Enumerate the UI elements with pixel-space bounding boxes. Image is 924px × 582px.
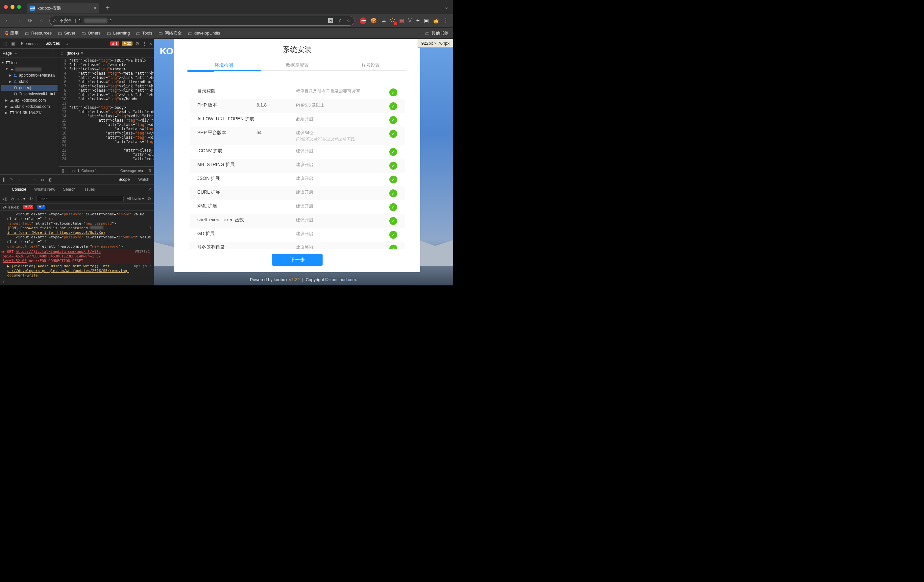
console-tab[interactable]: Console [10,187,28,192]
check-label: PHP 版本 [197,102,256,108]
back-button[interactable]: ← [5,18,10,24]
translate-icon[interactable]: 🅰 [328,18,333,23]
bookmark-folder[interactable]: 🗀developUntils [188,31,220,36]
tree-folder[interactable]: ▶🗀static [1,79,58,85]
address-bar[interactable]: ⚠ 不安全 | 1 1 🅰 ⇪ ☆ [50,16,355,26]
check-tip: 建议开启 [296,190,389,195]
source-code[interactable]: 123456789101112131415161718192021222324 … [59,58,154,167]
tree-origin[interactable]: ▶☁api.kodcloud.com [1,97,58,104]
watch-tab[interactable]: Watch [136,177,151,182]
sources-tab[interactable]: Sources [42,39,63,48]
step-icon[interactable]: → [32,177,36,182]
step-over-icon[interactable]: ↷ [10,177,13,182]
tree-origin[interactable]: ▶☁static.kodcloud.com [1,104,58,110]
console-output[interactable]: <input el-attr">type="password" el-attr"… [0,211,154,278]
open-file-icon[interactable]: ⟟ [61,51,63,56]
device-toggle-icon[interactable]: ▣ [10,41,16,46]
bookmark-folder[interactable]: 🗀Learning [107,31,130,36]
browser-tab[interactable]: kod kodbox-安装 × [27,3,99,13]
browser-menu-icon[interactable]: ⋮ [443,17,449,24]
extension-icon[interactable]: 🍪 [370,17,377,24]
extensions-menu-icon[interactable]: ✦ [416,17,420,24]
devtools-menu-icon[interactable]: ⋮ [142,41,147,46]
inspect-icon[interactable]: ⬚ [2,41,8,46]
bookmark-folder[interactable]: 🗀Others [81,31,101,36]
whatsnew-tab[interactable]: What's New [33,187,56,192]
folder-icon: 🗀 [25,31,29,36]
reload-button[interactable]: ⟳ [27,18,33,24]
tree-file[interactable]: 🗋?user/view/call&_t=1 [1,91,58,97]
deactivate-breakpoints-icon[interactable]: ⌀ [41,177,44,182]
viewport-size-badge: 922px × 764px [417,39,453,48]
log-levels-selector[interactable]: All levels ▾ [127,197,144,201]
console-settings-icon[interactable]: ⚙ [147,196,151,201]
step-db-config[interactable]: 数据库配置 [261,60,334,73]
console-sidebar-icon[interactable]: ▸▯ [3,196,7,201]
error-count-badge[interactable]: ⊘1 [110,41,119,46]
step-account[interactable]: 账号设置 [334,60,407,73]
filter-input[interactable] [36,196,123,202]
extension-icon[interactable]: ☁ [381,17,386,24]
format-icon[interactable]: {} [62,169,64,173]
check-tip: 程序目录及所有子目录需要可读写 [296,89,389,94]
tab-title: kodbox-安装 [38,5,61,11]
clear-console-icon[interactable]: ⊘ [10,196,14,201]
cursor-position: Line 1, Column 1 [69,169,97,173]
maximize-window-button[interactable] [17,5,21,9]
tabs-overflow-icon[interactable]: » [64,41,71,46]
bookmark-folder[interactable]: 🗀Sever [58,31,75,36]
bookmark-folder[interactable]: 🗀Tools [136,31,152,36]
file-tab-index[interactable]: (index)× [65,51,85,56]
minimize-window-button[interactable] [10,5,15,9]
status-arrows-icon[interactable]: ⇅ [148,168,151,173]
profile-avatar-icon[interactable]: 🧑 [433,17,439,24]
navigator-menu-icon[interactable]: ⋮ [52,51,56,56]
console-prompt[interactable]: › [0,278,154,285]
device-icon[interactable]: ▣ [424,17,429,24]
close-window-button[interactable] [4,5,8,9]
extension-icon[interactable]: V [408,18,412,24]
search-tab[interactable]: Search [62,187,77,192]
close-drawer-icon[interactable]: × [148,187,151,192]
live-expression-icon[interactable]: 👁 [29,196,33,201]
extension-icon[interactable]: ▦ [399,17,404,24]
page-panel-label[interactable]: Page [3,51,12,56]
tree-origin[interactable]: ▶🗖101.35.164.21/ [1,110,58,116]
adblock-icon[interactable]: ABP [360,17,366,24]
scope-tab[interactable]: Scope [116,177,132,182]
step-env-check[interactable]: 环境检测 [187,60,261,73]
bookmark-folder[interactable]: 🗀网络安全 [158,30,182,36]
close-tab-icon[interactable]: × [94,5,97,11]
tree-folder[interactable]: ▶🗀app/controller/install/ [1,73,58,79]
console-error-row: ⊘VM175:1▶ GET https://jic.talkingdata.co… [1,249,151,264]
pause-icon[interactable]: ‖ [3,177,5,182]
elements-tab[interactable]: Elements [18,39,41,48]
bookmark-folder[interactable]: 🗀Resources [25,31,52,36]
context-selector[interactable]: top ▾ [17,197,25,201]
step-out-icon[interactable]: ↑ [25,177,27,182]
step-into-icon[interactable]: ↓ [18,177,20,182]
extension-icon[interactable]: 🛡2 [390,18,395,24]
next-button[interactable]: 下一步 [272,254,323,266]
close-devtools-icon[interactable]: × [149,41,152,46]
share-icon[interactable]: ⇪ [338,18,342,24]
other-bookmarks[interactable]: 🗀其他书签 [425,30,449,36]
issues-summary[interactable]: 24 Issues: ⚑ 22 ⚑ 2 [0,203,154,211]
warning-count-badge[interactable]: ⚑22 [122,41,132,46]
close-file-icon[interactable]: × [81,51,83,56]
tree-file-index[interactable]: 🗋(index) [1,85,58,91]
bookmark-star-icon[interactable]: ☆ [346,18,351,24]
tree-top[interactable]: ▼🗖top [1,60,58,66]
forward-button[interactable]: → [16,18,22,24]
issues-tab[interactable]: Issues [82,187,96,192]
new-tab-button[interactable]: + [106,4,110,12]
tree-origin[interactable]: ▼☁ [1,66,58,73]
pause-exceptions-icon[interactable]: ◐ [48,177,52,182]
tabs-dropdown-icon[interactable]: ⌄ [445,4,449,10]
apps-button[interactable]: 应用 [5,30,19,36]
settings-icon[interactable]: ⚙ [135,41,139,46]
homepage-link[interactable]: kodcloud.com [330,277,356,282]
drawer-menu-icon[interactable]: ⋮ [1,187,5,192]
home-button[interactable]: ⌂ [38,18,44,24]
panel-overflow-icon[interactable]: » [15,51,17,56]
